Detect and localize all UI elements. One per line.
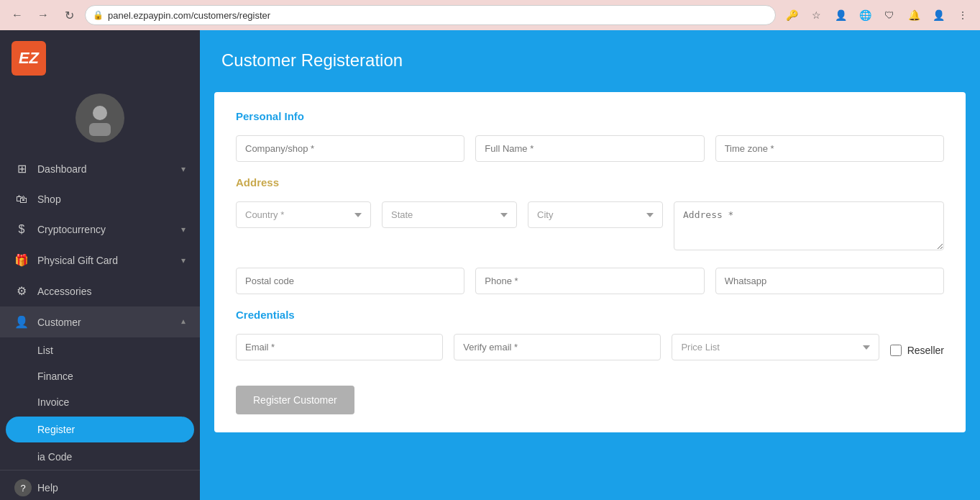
verify-email-group xyxy=(454,334,661,360)
main-content: Customer Registeration Personal Info Add… xyxy=(200,30,980,500)
address-bar[interactable]: 🔒 panel.ezpaypin.com/customers/register xyxy=(85,5,776,25)
avatar-icon[interactable]: 👤 xyxy=(928,5,948,25)
subitem-label: ia Code xyxy=(37,451,72,463)
logo-box: EZ xyxy=(12,41,46,76)
customer-icon: 👤 xyxy=(14,315,29,329)
verify-email-input[interactable] xyxy=(454,334,661,360)
sidebar-item-label: Accessories xyxy=(37,286,186,297)
fullname-input[interactable] xyxy=(475,135,704,162)
sidebar-item-dashboard[interactable]: ⊞ Dashboard ▾ xyxy=(0,153,200,184)
form-container: Personal Info Address Country * xyxy=(214,92,966,432)
accessories-icon: ⚙ xyxy=(14,284,29,298)
sidebar-logo: EZ xyxy=(0,30,200,86)
address-textarea[interactable] xyxy=(674,201,944,250)
gift-icon: 🎁 xyxy=(14,253,29,267)
timezone-group xyxy=(715,135,944,162)
sidebar: EZ ⊞ Dashboard ▾ 🛍 Shop $ xyxy=(0,30,200,500)
sidebar-item-physical-gift-card[interactable]: 🎁 Physical Gift Card ▾ xyxy=(0,245,200,276)
menu-icon[interactable]: ⋮ xyxy=(953,5,973,25)
sidebar-item-accessories[interactable]: ⚙ Accessories xyxy=(0,276,200,306)
whatsapp-input[interactable] xyxy=(715,268,944,294)
sidebar-item-label: Shop xyxy=(37,194,186,205)
avatar-svg xyxy=(82,100,118,136)
sidebar-item-customer[interactable]: 👤 Customer ▾ xyxy=(0,306,200,337)
svg-point-0 xyxy=(93,106,107,120)
sidebar-subitem-list[interactable]: List xyxy=(0,337,200,363)
country-group: Country * xyxy=(236,201,371,253)
reseller-group: Reseller xyxy=(890,334,944,360)
chevron-up-icon: ▾ xyxy=(181,317,186,327)
city-select[interactable]: City xyxy=(528,201,663,228)
chevron-down-icon: ▾ xyxy=(181,255,186,265)
address-group xyxy=(674,201,944,253)
address-row-1: Country * State City xyxy=(236,201,944,253)
back-button[interactable]: ← xyxy=(7,5,27,25)
shop-icon: 🛍 xyxy=(14,193,29,206)
sidebar-subitem-register[interactable]: Register xyxy=(6,417,194,442)
star-icon[interactable]: ☆ xyxy=(806,5,826,25)
fullname-group xyxy=(475,135,704,162)
subitem-label: List xyxy=(37,345,53,356)
register-customer-button[interactable]: Register Customer xyxy=(236,386,354,414)
credentials-title: Credentials xyxy=(236,309,944,321)
chevron-down-icon: ▾ xyxy=(181,224,186,235)
postal-input[interactable] xyxy=(236,268,464,294)
city-group: City xyxy=(528,201,663,253)
logo-text: EZ xyxy=(19,49,39,68)
state-select[interactable]: State xyxy=(382,201,517,228)
reload-button[interactable]: ↻ xyxy=(59,5,79,25)
price-list-select[interactable]: Price List xyxy=(672,334,879,360)
email-group xyxy=(236,334,443,360)
company-group xyxy=(236,135,464,162)
email-input[interactable] xyxy=(236,334,443,360)
page-title: Customer Registeration xyxy=(221,50,958,71)
help-button[interactable]: ? Help xyxy=(0,470,200,500)
svg-rect-1 xyxy=(89,123,111,136)
browser-chrome: ← → ↻ 🔒 panel.ezpaypin.com/customers/reg… xyxy=(0,0,980,30)
personal-info-row xyxy=(236,135,944,162)
company-input[interactable] xyxy=(236,135,464,162)
subitem-label: Register xyxy=(37,424,75,435)
state-group: State xyxy=(382,201,517,253)
address-title: Address xyxy=(236,176,944,188)
sidebar-avatar xyxy=(0,86,200,153)
sidebar-item-label: Physical Gift Card xyxy=(37,255,181,266)
sidebar-item-label: Cryptocurrency xyxy=(37,224,181,235)
dashboard-icon: ⊞ xyxy=(14,162,29,176)
shield-icon[interactable]: 🛡 xyxy=(879,5,899,25)
globe-icon[interactable]: 🌐 xyxy=(855,5,875,25)
url-text: panel.ezpaypin.com/customers/register xyxy=(108,10,270,21)
avatar-circle xyxy=(75,94,124,142)
sidebar-item-label: Dashboard xyxy=(37,163,181,175)
help-label: Help xyxy=(37,482,58,494)
personal-info-title: Personal Info xyxy=(236,110,944,122)
reseller-checkbox[interactable] xyxy=(890,345,902,356)
sidebar-subitem-finance[interactable]: Finance xyxy=(0,363,200,389)
address-row-2 xyxy=(236,268,944,294)
reseller-label: Reseller xyxy=(907,345,944,356)
help-icon: ? xyxy=(14,479,32,496)
price-list-group: Price List xyxy=(672,334,879,360)
sidebar-item-shop[interactable]: 🛍 Shop xyxy=(0,184,200,214)
chevron-down-icon: ▾ xyxy=(181,164,186,174)
sidebar-subitem-via-code[interactable]: ia Code xyxy=(0,444,200,470)
crypto-icon: $ xyxy=(14,223,29,236)
sidebar-nav: ⊞ Dashboard ▾ 🛍 Shop $ Cryptocurrency ▾ … xyxy=(0,153,200,470)
browser-actions: 🔑 ☆ 👤 🌐 🛡 🔔 👤 ⋮ xyxy=(782,5,973,25)
postal-group xyxy=(236,268,464,294)
sidebar-item-cryptocurrency[interactable]: $ Cryptocurrency ▾ xyxy=(0,214,200,245)
country-select[interactable]: Country * xyxy=(236,201,371,228)
bell-icon[interactable]: 🔔 xyxy=(904,5,924,25)
timezone-input[interactable] xyxy=(715,135,944,162)
forward-button[interactable]: → xyxy=(33,5,53,25)
credentials-row: Price List Reseller xyxy=(236,334,944,360)
phone-input[interactable] xyxy=(475,268,704,294)
phone-group xyxy=(475,268,704,294)
key-icon[interactable]: 🔑 xyxy=(782,5,802,25)
lock-icon: 🔒 xyxy=(93,10,104,20)
profile-icon[interactable]: 👤 xyxy=(830,5,851,25)
sidebar-item-label: Customer xyxy=(37,317,181,328)
app-wrapper: EZ ⊞ Dashboard ▾ 🛍 Shop $ xyxy=(0,30,980,500)
subitem-label: Finance xyxy=(37,371,73,382)
sidebar-subitem-invoice[interactable]: Invoice xyxy=(0,389,200,415)
